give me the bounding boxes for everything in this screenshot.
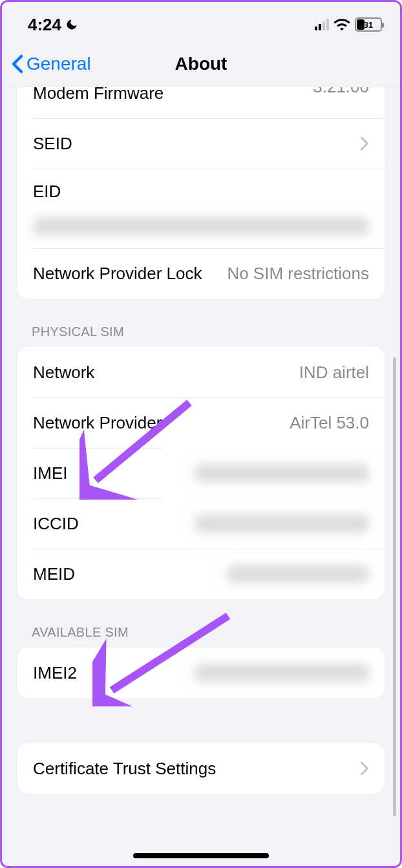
wifi-icon: [333, 18, 350, 31]
section-header-physical-sim: PHYSICAL SIM: [2, 324, 400, 347]
scroll-area[interactable]: Modem Firmware 3.21.00 SEID EID: [2, 87, 400, 866]
cert-trust-group: Certificate Trust Settings: [17, 743, 385, 794]
row-eid[interactable]: EID: [17, 169, 385, 248]
chevron-left-icon: [11, 54, 24, 74]
back-label: General: [26, 54, 91, 74]
row-meid[interactable]: MEID: [17, 549, 385, 599]
do-not-disturb-icon: [65, 18, 78, 31]
available-sim-group: IMEI2: [17, 648, 385, 698]
chevron-right-icon: [360, 136, 369, 151]
imei-label: IMEI: [33, 463, 67, 483]
chevron-right-icon: [360, 761, 369, 776]
iccid-label: ICCID: [33, 514, 79, 534]
row-certificate-trust-settings[interactable]: Certificate Trust Settings: [17, 743, 385, 794]
scrollbar-indicator: [393, 357, 396, 816]
row-network[interactable]: Network IND airtel: [17, 347, 385, 397]
row-modem-firmware[interactable]: Modem Firmware 3.21.00: [17, 87, 385, 118]
eid-label: EID: [33, 182, 61, 202]
row-imei[interactable]: IMEI: [17, 448, 385, 498]
about-group-1: Modem Firmware 3.21.00 SEID EID: [17, 87, 385, 299]
np-label: Network Provider: [33, 413, 162, 433]
row-network-provider-lock[interactable]: Network Provider Lock No SIM restriction…: [17, 248, 385, 299]
seid-label: SEID: [33, 134, 72, 154]
redacted-value: [195, 464, 369, 482]
row-seid[interactable]: SEID: [17, 118, 385, 169]
home-indicator[interactable]: [133, 853, 269, 858]
cert-label: Certificate Trust Settings: [33, 759, 216, 779]
back-button[interactable]: General: [2, 54, 91, 74]
section-header-available-sim: AVAILABLE SIM: [2, 625, 400, 648]
npl-value: No SIM restrictions: [227, 264, 369, 284]
battery-icon: 31: [355, 17, 382, 32]
redacted-value: [33, 217, 369, 235]
meid-label: MEID: [33, 564, 75, 584]
modem-firmware-value: 3.21.00: [313, 87, 369, 97]
np-value: AirTel 53.0: [290, 413, 369, 433]
nav-bar: General About: [2, 41, 400, 87]
row-imei2[interactable]: IMEI2: [17, 648, 385, 698]
npl-label: Network Provider Lock: [33, 264, 202, 284]
cellular-signal-icon: [315, 19, 329, 30]
page-title: About: [175, 54, 227, 74]
status-bar: 4:24 31: [2, 2, 400, 41]
row-iccid[interactable]: ICCID: [17, 498, 385, 549]
imei2-label: IMEI2: [33, 663, 77, 683]
row-network-provider[interactable]: Network Provider AirTel 53.0: [17, 397, 385, 448]
physical-sim-group: Network IND airtel Network Provider AirT…: [17, 347, 385, 599]
status-time: 4:24: [28, 15, 61, 35]
redacted-value: [195, 664, 369, 682]
network-value: IND airtel: [299, 363, 369, 383]
network-label: Network: [33, 363, 94, 383]
modem-firmware-label: Modem Firmware: [33, 87, 164, 103]
redacted-value: [227, 565, 369, 583]
redacted-value: [195, 514, 369, 533]
